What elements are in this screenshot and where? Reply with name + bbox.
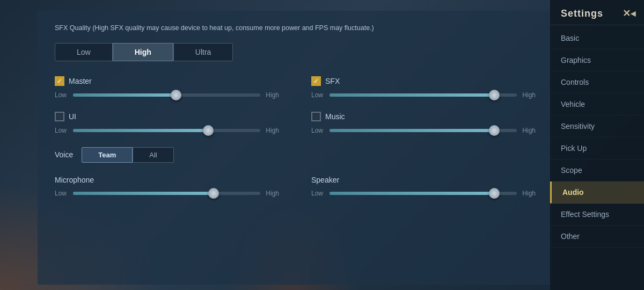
microphone-slider-row: Low High (55, 190, 279, 197)
quality-btn-high[interactable]: High (113, 43, 173, 61)
sidebar-title: Settings (561, 8, 603, 19)
speaker-high-label: High (522, 190, 536, 197)
sidebar-nav: Basic Graphics Controls Vehicle Sensitiv… (550, 25, 644, 290)
sidebar-item-graphics[interactable]: Graphics (550, 49, 644, 71)
ui-high-label: High (266, 127, 279, 134)
ui-slider-group: UI Low High (55, 112, 279, 134)
master-slider-thumb[interactable] (171, 90, 181, 100)
music-slider-thumb[interactable] (489, 125, 500, 136)
sliders-grid: ✓ Master Low High ✓ SFX Low (55, 76, 536, 147)
ui-slider-row: Low High (55, 127, 279, 134)
sfx-slider-row: Low High (311, 91, 536, 99)
master-slider-fill (73, 93, 176, 97)
speaker-slider-track[interactable] (330, 192, 517, 195)
sfx-slider-fill (330, 93, 494, 97)
quality-button-group: Low High Ultra (55, 43, 226, 61)
ui-label: UI (69, 112, 76, 121)
voice-btn-team[interactable]: Team (82, 147, 133, 163)
master-high-label: High (266, 91, 279, 99)
microphone-slider-fill (73, 192, 214, 195)
quality-btn-ultra[interactable]: Ultra (173, 43, 233, 61)
ui-low-label: Low (55, 127, 68, 134)
sfx-warning-text: SFX Quality (High SFX quality may cause … (55, 24, 536, 33)
main-content: SFX Quality (High SFX quality may cause … (38, 11, 553, 285)
speaker-label: Speaker (311, 176, 536, 184)
sfx-high-label: High (522, 91, 536, 99)
mic-speaker-grid: Microphone Low High Speaker Low High (55, 176, 536, 197)
sidebar-item-audio[interactable]: Audio (550, 182, 644, 204)
quality-btn-low[interactable]: Low (55, 43, 113, 61)
ui-slider-thumb[interactable] (203, 125, 214, 136)
ui-label-row: UI (55, 112, 279, 121)
sidebar: Settings ✕◂ Basic Graphics Controls Vehi… (550, 0, 644, 290)
sfx-low-label: Low (311, 91, 324, 99)
master-slider-track[interactable] (73, 93, 260, 97)
sidebar-item-effect-settings[interactable]: Effect Settings (550, 204, 644, 226)
master-slider-row: Low High (55, 91, 279, 99)
music-slider-fill (330, 129, 494, 132)
master-slider-group: ✓ Master Low High (55, 76, 279, 99)
voice-btn-all[interactable]: All (133, 147, 173, 163)
sfx-label: SFX (325, 77, 340, 85)
sidebar-item-sensitivity[interactable]: Sensitivity (550, 115, 644, 137)
sidebar-item-pickup[interactable]: Pick Up (550, 137, 644, 160)
microphone-slider-thumb[interactable] (208, 188, 219, 199)
voice-row: Voice Team All (55, 147, 536, 163)
ui-slider-track[interactable] (73, 129, 260, 132)
sfx-slider-thumb[interactable] (489, 90, 500, 100)
music-label-row: Music (311, 112, 536, 121)
speaker-slider-fill (330, 192, 494, 195)
ui-checkbox[interactable] (55, 112, 64, 121)
sidebar-item-vehicle[interactable]: Vehicle (550, 93, 644, 115)
sidebar-header: Settings ✕◂ (550, 0, 644, 25)
sfx-slider-track[interactable] (330, 93, 517, 97)
master-label-row: ✓ Master (55, 76, 279, 86)
sidebar-item-other[interactable]: Other (550, 226, 644, 248)
voice-section: Voice Team All (55, 147, 536, 163)
music-high-label: High (522, 127, 536, 134)
sfx-slider-group: ✓ SFX Low High (311, 76, 536, 99)
microphone-label: Microphone (55, 176, 279, 184)
sidebar-item-controls[interactable]: Controls (550, 71, 644, 93)
music-checkbox[interactable] (311, 112, 321, 121)
speaker-group: Speaker Low High (311, 176, 536, 197)
master-label: Master (69, 77, 92, 85)
music-label: Music (325, 112, 345, 121)
music-slider-group: Music Low High (311, 112, 536, 134)
microphone-group: Microphone Low High (55, 176, 279, 197)
master-checkbox[interactable]: ✓ (55, 76, 64, 86)
master-low-label: Low (55, 91, 68, 99)
microphone-slider-track[interactable] (73, 192, 260, 195)
voice-label: Voice (55, 150, 73, 159)
close-icon[interactable]: ✕◂ (623, 8, 635, 19)
sidebar-item-basic[interactable]: Basic (550, 27, 644, 49)
music-slider-row: Low High (311, 127, 536, 134)
ui-slider-fill (73, 129, 208, 132)
speaker-slider-row: Low High (311, 190, 536, 197)
sfx-label-row: ✓ SFX (311, 76, 536, 86)
music-slider-track[interactable] (330, 129, 517, 132)
sfx-checkbox[interactable]: ✓ (311, 76, 321, 86)
speaker-low-label: Low (311, 190, 324, 197)
microphone-low-label: Low (55, 190, 68, 197)
music-low-label: Low (311, 127, 324, 134)
sidebar-item-scope[interactable]: Scope (550, 160, 644, 182)
microphone-high-label: High (266, 190, 279, 197)
speaker-slider-thumb[interactable] (489, 188, 500, 199)
